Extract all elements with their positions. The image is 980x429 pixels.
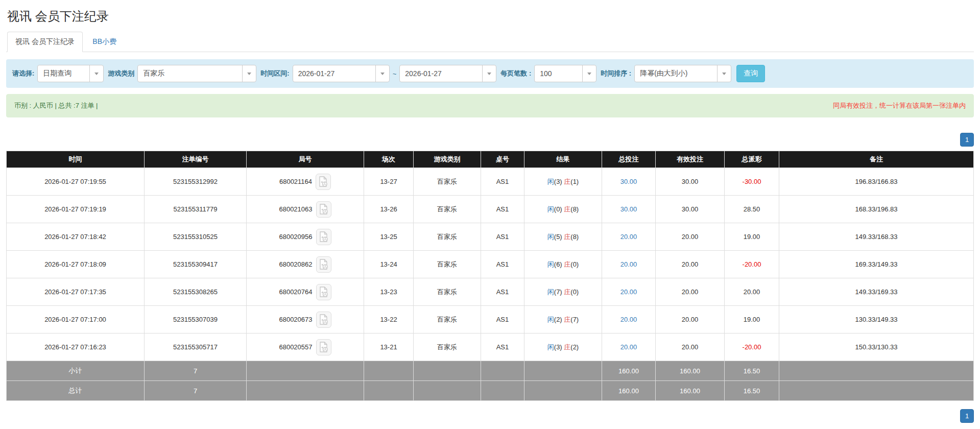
tab-bb-tip[interactable]: BB小费 bbox=[85, 32, 124, 52]
round-no-text: 680020956 bbox=[279, 233, 312, 241]
cell-remark: 169.33/149.33 bbox=[779, 251, 974, 278]
cell-total-bet: 30.00 bbox=[602, 168, 656, 196]
banker-label: 庄 bbox=[564, 233, 570, 241]
payout-value: 20.00 bbox=[744, 288, 760, 296]
player-label: 闲 bbox=[547, 316, 554, 323]
col-bet-no: 注单编号 bbox=[145, 151, 247, 168]
video-button[interactable] bbox=[316, 339, 331, 355]
round-no-text: 680020673 bbox=[279, 316, 312, 323]
player-label: 闲 bbox=[547, 233, 554, 241]
player-score: (5) bbox=[554, 233, 562, 241]
page-1-button[interactable]: 1 bbox=[960, 133, 974, 147]
col-valid-bet: 有效投注 bbox=[656, 151, 725, 168]
range-separator: ~ bbox=[393, 70, 397, 78]
cell-time: 2026-01-27 07:19:19 bbox=[7, 196, 145, 223]
player-score: (3) bbox=[554, 343, 562, 351]
video-button[interactable] bbox=[316, 174, 331, 190]
cell-game-type: 百家乐 bbox=[414, 196, 481, 223]
query-type-select[interactable]: 日期查询 bbox=[37, 65, 104, 82]
date-to-select[interactable]: 2026-01-27 bbox=[399, 65, 496, 82]
player-label: 闲 bbox=[547, 178, 554, 185]
player-score: (7) bbox=[554, 288, 562, 296]
banker-label: 庄 bbox=[564, 205, 570, 213]
game-type-select[interactable]: 百家乐 bbox=[137, 65, 256, 82]
video-button[interactable] bbox=[316, 256, 331, 273]
video-file-icon bbox=[318, 286, 329, 298]
video-button[interactable] bbox=[316, 201, 331, 218]
total-bet-link[interactable]: 20.00 bbox=[620, 343, 637, 351]
cell-round-no: 680020557 bbox=[247, 333, 364, 361]
total-bet-link[interactable]: 20.00 bbox=[620, 316, 637, 323]
banker-score: (8) bbox=[570, 205, 579, 213]
player-label: 闲 bbox=[547, 343, 554, 351]
player-score: (3) bbox=[554, 178, 562, 185]
page-size-select[interactable]: 100 bbox=[534, 65, 596, 82]
col-game-type: 游戏类别 bbox=[414, 151, 481, 168]
valid-bet-notice-text: 同局有效投注，统一计算在该局第一张注单内 bbox=[833, 101, 966, 110]
cell-time: 2026-01-27 07:16:23 bbox=[7, 333, 145, 361]
total-bet-link[interactable]: 30.00 bbox=[620, 205, 637, 213]
video-file-icon bbox=[318, 176, 329, 188]
select-type-label: 请选择: bbox=[12, 69, 34, 78]
cell-valid-bet: 20.00 bbox=[656, 251, 725, 278]
chevron-down-icon bbox=[89, 65, 103, 82]
pagination-bottom: 1 bbox=[6, 409, 974, 423]
cell-session: 13-25 bbox=[364, 223, 414, 251]
payout-value: 19.00 bbox=[744, 233, 760, 241]
date-from-select[interactable]: 2026-01-27 bbox=[293, 65, 390, 82]
total-bet-link[interactable]: 30.00 bbox=[620, 178, 637, 185]
cell-time: 2026-01-27 07:18:42 bbox=[7, 223, 145, 251]
chevron-down-icon bbox=[582, 65, 596, 82]
col-table-no: 桌号 bbox=[481, 151, 524, 168]
total-bet-link[interactable]: 20.00 bbox=[620, 233, 637, 241]
table-row: 2026-01-27 07:18:09 523155309417 6800208… bbox=[7, 251, 974, 278]
cell-table-no: AS1 bbox=[481, 168, 524, 196]
cell-payout: 19.00 bbox=[725, 306, 779, 333]
cell-valid-bet: 20.00 bbox=[656, 333, 725, 361]
search-button[interactable]: 查询 bbox=[736, 65, 765, 82]
betting-records-table: 时间 注单编号 局号 场次 游戏类别 桌号 结果 总投注 有效投注 总派彩 备注… bbox=[6, 151, 974, 401]
banker-score: (7) bbox=[570, 316, 579, 323]
cell-total-bet: 20.00 bbox=[602, 223, 656, 251]
cell-payout: 20.00 bbox=[725, 278, 779, 306]
subtotal-label: 小计 bbox=[7, 361, 145, 381]
cell-session: 13-23 bbox=[364, 278, 414, 306]
cell-total-bet: 30.00 bbox=[602, 196, 656, 223]
cell-total-bet: 20.00 bbox=[602, 306, 656, 333]
cell-bet-no: 523155309417 bbox=[145, 251, 247, 278]
tab-betting-records[interactable]: 视讯 会员下注纪录 bbox=[7, 32, 83, 52]
time-sort-label: 时间排序 : bbox=[601, 69, 631, 78]
col-round-no: 局号 bbox=[247, 151, 364, 168]
video-file-icon bbox=[318, 341, 329, 353]
video-button[interactable] bbox=[316, 229, 331, 245]
table-header-row: 时间 注单编号 局号 场次 游戏类别 桌号 结果 总投注 有效投注 总派彩 备注 bbox=[7, 151, 974, 168]
summary-bar: 币别 : 人民币 | 总共 :7 注单 | 同局有效投注，统一计算在该局第一张注… bbox=[6, 94, 974, 117]
table-row: 2026-01-27 07:19:19 523155311779 6800210… bbox=[7, 196, 974, 223]
cell-table-no: AS1 bbox=[481, 278, 524, 306]
tab-bar: 视讯 会员下注纪录 BB小费 bbox=[6, 32, 974, 52]
cell-session: 13-27 bbox=[364, 168, 414, 196]
time-sort-select[interactable]: 降幂(由大到小) bbox=[634, 65, 731, 82]
cell-round-no: 680020764 bbox=[247, 278, 364, 306]
cell-valid-bet: 20.00 bbox=[656, 278, 725, 306]
cell-remark: 149.33/169.33 bbox=[779, 278, 974, 306]
video-button[interactable] bbox=[316, 312, 331, 328]
game-type-label: 游戏类别 bbox=[108, 69, 134, 78]
video-button[interactable] bbox=[316, 284, 331, 300]
chevron-down-icon bbox=[242, 65, 256, 82]
cell-table-no: AS1 bbox=[481, 306, 524, 333]
round-no-text: 680020862 bbox=[279, 260, 312, 268]
page-size-label: 每页笔数 : bbox=[500, 69, 531, 78]
cell-game-type: 百家乐 bbox=[414, 278, 481, 306]
video-file-icon bbox=[318, 231, 329, 243]
total-bet-link[interactable]: 20.00 bbox=[620, 288, 637, 296]
round-no-text: 680020557 bbox=[279, 343, 312, 351]
grand-total-valid-bet: 160.00 bbox=[656, 381, 725, 401]
grand-total-payout: 16.50 bbox=[725, 381, 779, 401]
cell-bet-no: 523155305717 bbox=[145, 333, 247, 361]
page-1-button[interactable]: 1 bbox=[960, 409, 974, 423]
chevron-down-icon bbox=[482, 65, 496, 82]
cell-remark: 196.83/166.83 bbox=[779, 168, 974, 196]
payout-value: 28.50 bbox=[744, 205, 760, 213]
total-bet-link[interactable]: 20.00 bbox=[620, 260, 637, 268]
